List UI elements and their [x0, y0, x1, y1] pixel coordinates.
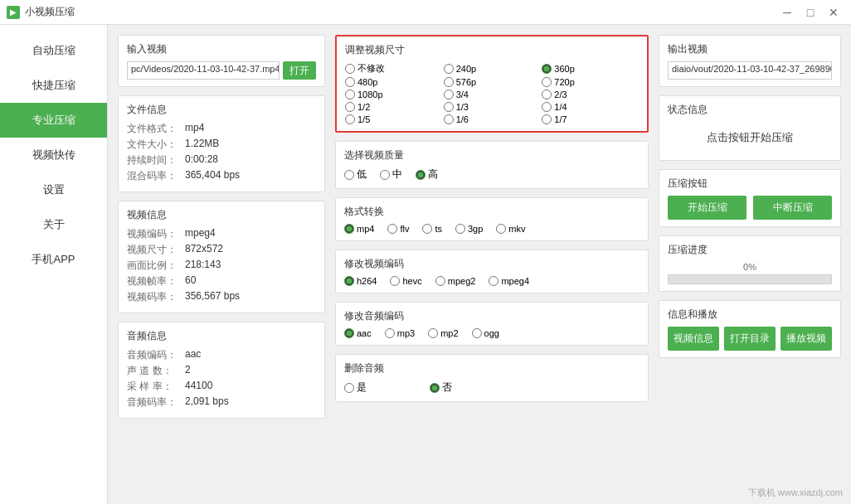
quality-high[interactable]: 高: [416, 167, 438, 182]
size-3-4[interactable]: 3/4: [444, 90, 541, 99]
delete-audio-no[interactable]: 否: [430, 380, 452, 395]
video-quality-section: 选择视频质量 低 中 高: [335, 141, 649, 189]
progress-percent: 0%: [668, 262, 832, 272]
minimize-button[interactable]: ─: [776, 4, 798, 21]
input-file-path: pc/Videos/2020-11-03-10-42-37.mp4: [127, 61, 280, 80]
format-label: 文件格式：: [127, 122, 185, 136]
vratio-value: 218:143: [185, 259, 221, 273]
format-ts[interactable]: ts: [422, 224, 442, 234]
sidebar-item-pro[interactable]: 专业压缩: [0, 103, 107, 138]
size-label: 文件大小：: [127, 138, 185, 152]
abitrate-label: 音频码率：: [127, 395, 185, 410]
format-convert-title: 格式转换: [344, 205, 639, 219]
size-576p[interactable]: 576p: [444, 77, 541, 87]
sidebar: 自动压缩 快捷压缩 专业压缩 视频快传 设置 关于 手机APP: [0, 25, 108, 504]
format-mkv[interactable]: mkv: [496, 224, 525, 234]
size-1080p[interactable]: 1080p: [345, 90, 442, 99]
watermark: 下载机 www.xiazdj.com: [748, 487, 843, 499]
size-value: 1.22MB: [185, 138, 219, 152]
start-compress-button[interactable]: 开始压缩: [668, 196, 746, 220]
achan-label: 声 道 数：: [127, 364, 185, 378]
format-flv[interactable]: flv: [387, 224, 409, 234]
vcodec-hevc[interactable]: hevc: [390, 276, 421, 286]
format-value: mp4: [185, 122, 204, 136]
play-video-button[interactable]: 播放视频: [780, 327, 832, 351]
audio-info-title: 音频信息: [127, 329, 316, 343]
format-3gp[interactable]: 3gp: [455, 224, 483, 234]
size-1-7[interactable]: 1/7: [542, 114, 639, 124]
quality-mid[interactable]: 中: [380, 167, 402, 182]
size-1-6[interactable]: 1/6: [444, 114, 541, 124]
status-text: 点击按钮开始压缩: [668, 122, 832, 153]
vcodec-mpeg4[interactable]: mpeg4: [489, 276, 529, 286]
audio-codec-section: 修改音频编码 aac mp3 mp2 ogg: [335, 302, 649, 346]
vcodec-value: mpeg4: [185, 227, 216, 241]
info-actions-title: 信息和播放: [668, 308, 832, 322]
vcodec-mpeg2[interactable]: mpeg2: [435, 276, 476, 286]
duration-value: 0:00:28: [185, 153, 218, 167]
vfps-value: 60: [185, 274, 196, 288]
sidebar-item-quick[interactable]: 快捷压缩: [0, 68, 107, 103]
delete-audio-yes[interactable]: 是: [344, 380, 367, 395]
size-720p[interactable]: 720p: [542, 77, 639, 87]
size-1-5[interactable]: 1/5: [345, 114, 442, 124]
acodec-mp3[interactable]: mp3: [385, 328, 415, 338]
quality-low[interactable]: 低: [344, 167, 367, 182]
size-1-2[interactable]: 1/2: [345, 102, 442, 112]
sidebar-item-about[interactable]: 关于: [0, 207, 107, 242]
compress-buttons-title: 压缩按钮: [668, 177, 832, 191]
sidebar-item-auto[interactable]: 自动压缩: [0, 33, 107, 68]
size-2-3[interactable]: 2/3: [542, 90, 639, 99]
app-icon: ▶: [7, 6, 20, 19]
vratio-label: 画面比例：: [127, 259, 185, 273]
title-bar: ▶ 小视频压缩 ─ □ ✕: [0, 0, 851, 25]
progress-title: 压缩进度: [668, 243, 832, 257]
vbitrate-value: 356,567 bps: [185, 290, 240, 304]
open-folder-button[interactable]: 打开目录: [724, 327, 776, 351]
output-video-section: 输出视频 diaio/vout/2020-11-03-10-42-37_2698…: [659, 35, 841, 87]
status-section: 状态信息 点击按钮开始压缩: [659, 95, 841, 161]
acodec-ogg[interactable]: ogg: [472, 328, 499, 338]
close-button[interactable]: ✕: [823, 4, 844, 21]
video-codec-section: 修改视频编码 h264 hevc mpeg2 mpeg4: [335, 250, 649, 293]
sidebar-item-mobile[interactable]: 手机APP: [0, 242, 107, 277]
acodec-aac[interactable]: aac: [344, 328, 372, 338]
size-480p[interactable]: 480p: [345, 77, 442, 87]
open-file-button[interactable]: 打开: [283, 61, 316, 80]
abitrate-value: 2,091 bps: [185, 395, 229, 410]
status-title: 状态信息: [668, 103, 832, 117]
delete-audio-section: 删除音频 是 否: [335, 354, 649, 402]
acodec-value: aac: [185, 348, 201, 362]
bitrate-label: 混合码率：: [127, 169, 185, 183]
stop-compress-button[interactable]: 中断压缩: [753, 196, 832, 220]
acodec-mp2[interactable]: mp2: [428, 328, 458, 338]
compress-buttons-section: 压缩按钮 开始压缩 中断压缩: [659, 169, 841, 227]
size-240p[interactable]: 240p: [444, 62, 541, 75]
file-info-title: 文件信息: [127, 103, 316, 117]
video-info-button[interactable]: 视频信息: [668, 327, 719, 351]
maximize-button[interactable]: □: [800, 4, 821, 21]
vfps-label: 视频帧率：: [127, 274, 185, 288]
adjust-size-title: 调整视频尺寸: [345, 43, 639, 57]
input-video-section: 输入视频 pc/Videos/2020-11-03-10-42-37.mp4 打…: [118, 35, 325, 87]
duration-label: 持续时间：: [127, 153, 185, 167]
vcodec-h264[interactable]: h264: [344, 276, 377, 286]
output-file-path: diaio/vout/2020-11-03-10-42-37_269890.mp…: [668, 61, 832, 80]
sidebar-item-settings[interactable]: 设置: [0, 172, 107, 207]
progress-bar-container: [668, 274, 832, 284]
vcodec-label: 视频编码：: [127, 227, 185, 241]
adjust-size-section: 调整视频尺寸 不修改 240p 360p 480p 576p 720p 1080…: [335, 35, 649, 133]
sidebar-item-transfer[interactable]: 视频快传: [0, 138, 107, 172]
format-convert-section: 格式转换 mp4 flv ts 3gp mkv: [335, 197, 649, 241]
format-mp4[interactable]: mp4: [344, 224, 374, 234]
size-1-3[interactable]: 1/3: [444, 102, 541, 112]
file-info-section: 文件信息 文件格式： mp4 文件大小： 1.22MB 持续时间： 0:00:2: [118, 95, 325, 192]
vbitrate-label: 视频码率：: [127, 290, 185, 304]
size-360p[interactable]: 360p: [542, 62, 639, 75]
audio-codec-title: 修改音频编码: [344, 309, 639, 323]
vsize-label: 视频尺寸：: [127, 243, 185, 257]
info-actions-section: 信息和播放 视频信息 打开目录 播放视频: [659, 300, 841, 358]
size-no-change[interactable]: 不修改: [345, 62, 442, 75]
video-info-title: 视频信息: [127, 208, 316, 222]
size-1-4[interactable]: 1/4: [542, 102, 639, 112]
